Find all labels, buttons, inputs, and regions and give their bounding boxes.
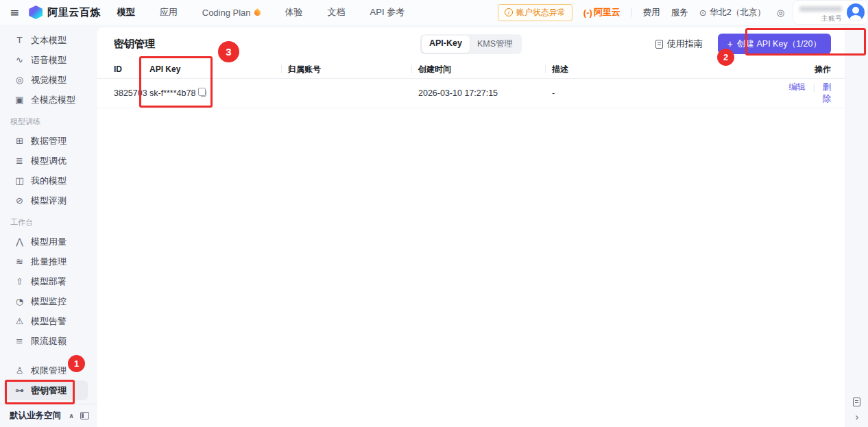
nav-item-coding-plan[interactable]: Coding Plan	[202, 8, 261, 18]
sidebar-item-model-evaluation[interactable]: ⊘ 模型评测	[4, 191, 88, 210]
column-header-owner: 归属账号	[288, 64, 418, 75]
cell-description: -	[552, 88, 788, 98]
brand-logo[interactable]: 阿里云百炼	[29, 5, 101, 19]
aliyun-logo[interactable]: (-) 阿里云	[583, 6, 620, 19]
sidebar-gap	[0, 351, 97, 361]
sidebar-item-label: 限流提额	[31, 335, 67, 347]
page-header: 密钥管理 API-Key KMS管理 使用指南 + 创建 API Key（1/2…	[97, 27, 845, 60]
hamburger-menu-icon[interactable]: ≡	[10, 7, 19, 19]
sidebar: T 文本模型 ∿ 语音模型 ◎ 视觉模型 ▣ 全模态模型 模型训练 ⊞ 数据管理…	[0, 25, 97, 404]
sidebar-section-model-training: 模型训练	[0, 112, 97, 131]
delete-link[interactable]: 删除	[823, 82, 832, 103]
sidebar-item-model-usage[interactable]: ⋀ 模型用量	[4, 232, 88, 252]
key-icon: ⊶	[14, 385, 25, 395]
region-selector[interactable]: ⊙ 华北2（北京）	[699, 7, 766, 19]
account-status-badge[interactable]: i 账户状态异常	[498, 4, 572, 21]
nav-item-playground[interactable]: 体验	[285, 6, 303, 19]
usage-guide-link[interactable]: 使用指南	[655, 38, 703, 50]
page-title: 密钥管理	[114, 38, 155, 51]
sidebar-item-data-management[interactable]: ⊞ 数据管理	[4, 131, 88, 151]
column-header-actions: 操作	[788, 64, 845, 75]
create-api-key-button[interactable]: + 创建 API Key（1/20）	[718, 34, 831, 54]
column-header-description: 描述	[552, 64, 788, 75]
edit-link[interactable]: 编辑	[788, 82, 806, 92]
sidebar-item-label: 模型用量	[31, 236, 67, 248]
plus-icon: +	[727, 39, 733, 49]
help-icon[interactable]: ◎	[777, 8, 784, 18]
copy-icon[interactable]	[200, 90, 206, 97]
column-header-created: 创建时间	[418, 64, 552, 75]
tab-kms[interactable]: KMS管理	[470, 36, 520, 53]
divider	[631, 8, 632, 17]
model-tuning-icon: ≣	[14, 156, 25, 166]
create-api-key-label: 创建 API Key（1/20）	[737, 38, 821, 50]
cell-api-key: sk-f****4b78	[149, 88, 288, 98]
aliyun-mark-icon: (-)	[583, 8, 592, 18]
top-link-services[interactable]: 服务	[671, 7, 688, 19]
sidebar-item-voice-model[interactable]: ∿ 语音模型	[4, 50, 88, 70]
sidebar-item-label: 密钥管理	[31, 385, 67, 397]
nav-item-docs[interactable]: 文档	[328, 6, 346, 19]
tab-api-key[interactable]: API-Key	[422, 36, 470, 53]
account-role-label: 主账号	[821, 14, 842, 23]
model-evaluation-icon: ⊘	[14, 195, 25, 206]
account-menu[interactable]: 主账号	[793, 0, 868, 25]
sidebar-item-model-tuning[interactable]: ≣ 模型调优	[4, 151, 88, 171]
usage-guide-label: 使用指南	[667, 38, 703, 50]
nav-item-models[interactable]: 模型	[117, 6, 135, 19]
sidebar-item-vision-model[interactable]: ◎ 视觉模型	[4, 70, 88, 90]
sidebar-item-rate-limit[interactable]: ≡ 限流提额	[4, 331, 88, 351]
docs-float-icon[interactable]	[853, 398, 860, 406]
text-model-icon: T	[14, 35, 25, 45]
bell-icon: ⚠	[14, 316, 25, 326]
data-management-icon: ⊞	[14, 136, 25, 146]
sidebar-item-model-deployment[interactable]: ⇧ 模型部署	[4, 271, 88, 291]
workspace-switcher[interactable]: 默认业务空间 ∧	[0, 404, 97, 427]
sidebar-item-omni-model[interactable]: ▣ 全模态模型	[4, 90, 88, 110]
sidebar-item-key-management[interactable]: ⊶ 密钥管理	[4, 380, 88, 400]
model-usage-icon: ⋀	[14, 236, 25, 247]
cell-id: 3825703	[97, 88, 149, 98]
coding-plan-label: Coding Plan	[202, 8, 251, 18]
voice-model-icon: ∿	[14, 55, 25, 65]
model-deployment-icon: ⇧	[14, 276, 25, 286]
column-header-id: ID	[97, 64, 149, 74]
workspace-label: 默认业务空间	[10, 410, 61, 422]
flame-icon	[253, 8, 262, 17]
top-link-billing[interactable]: 费用	[643, 7, 660, 19]
region-pin-icon: ⊙	[699, 8, 707, 18]
top-nav: 模型 应用 Coding Plan 体验 文档 API 参考	[117, 6, 405, 19]
collapse-sidebar-icon[interactable]	[80, 412, 89, 419]
sidebar-item-model-monitoring[interactable]: ◔ 模型监控	[4, 291, 88, 311]
sidebar-item-label: 权限管理	[31, 365, 67, 377]
bailian-logo-icon	[29, 5, 43, 19]
sidebar-item-label: 语音模型	[31, 54, 67, 66]
chevron-up-icon[interactable]: ∧	[69, 412, 74, 419]
sidebar-item-model-alerts[interactable]: ⚠ 模型告警	[4, 311, 88, 331]
sidebar-item-my-models[interactable]: ◫ 我的模型	[4, 171, 88, 191]
nav-item-api-reference[interactable]: API 参考	[370, 6, 405, 19]
table-header: ID API Key 归属账号 创建时间 描述 操作	[97, 60, 845, 79]
sidebar-item-label: 文本模型	[31, 34, 67, 47]
account-name-redacted	[799, 6, 842, 12]
database-icon: ≡	[14, 336, 25, 346]
info-icon: i	[505, 8, 513, 16]
sidebar-item-label: 模型告警	[31, 315, 67, 328]
sidebar-item-label: 全模态模型	[31, 94, 75, 106]
aliyun-logo-text: 阿里云	[594, 6, 620, 19]
sidebar-item-batch-inference[interactable]: ≋ 批量推理	[4, 252, 88, 271]
column-header-api-key: API Key	[149, 64, 288, 74]
sidebar-item-text-model[interactable]: T 文本模型	[4, 30, 88, 50]
chevron-right-icon[interactable]: ›	[855, 411, 859, 424]
avatar[interactable]	[847, 3, 865, 21]
api-key-masked-value: sk-f****4b78	[149, 88, 195, 98]
brand-name: 阿里云百炼	[47, 6, 101, 19]
nav-item-apps[interactable]: 应用	[160, 6, 178, 19]
sidebar-item-permission-management[interactable]: ♙ 权限管理	[4, 361, 88, 380]
cell-created-time: 2026-03-10 17:27:15	[418, 88, 552, 98]
table-row: 3825703 sk-f****4b78 2026-03-10 17:27:15…	[97, 79, 845, 108]
top-right-cluster: i 账户状态异常 (-) 阿里云 费用 服务 ⊙ 华北2（北京） ◎	[498, 4, 784, 21]
batch-inference-icon: ≋	[14, 256, 25, 267]
sidebar-item-label: 模型调优	[31, 155, 67, 167]
model-monitoring-icon: ◔	[14, 296, 25, 306]
